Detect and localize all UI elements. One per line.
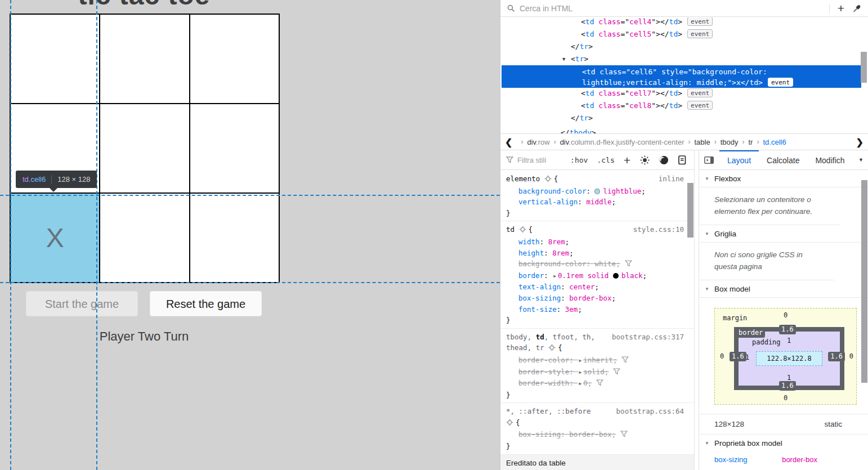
rule-source-link[interactable]: style.css:10: [633, 224, 684, 235]
board-cell-1[interactable]: [100, 15, 189, 103]
board-cell-0[interactable]: [11, 15, 99, 103]
box-model-margin-region[interactable]: margin 0 0 0 0 border padding 1 1 1 1 12…: [714, 308, 857, 405]
add-rule-button[interactable]: +: [624, 154, 630, 166]
light-theme-icon[interactable]: [640, 155, 650, 165]
section-boxmodel-header[interactable]: ▼ Box model: [699, 280, 868, 298]
css-declaration[interactable]: text-align: center;: [506, 281, 694, 293]
css-rule[interactable]: inlineelemento {background-color: lightb…: [500, 171, 694, 221]
event-badge[interactable]: event: [687, 88, 713, 97]
markup-row-selected[interactable]: <td class="cell6" style="background-colo…: [502, 65, 861, 88]
board-cell-4[interactable]: [100, 104, 189, 193]
overridden-filter-icon[interactable]: [625, 260, 632, 268]
overridden-filter-icon[interactable]: [620, 431, 628, 439]
css-declaration[interactable]: border-color: ▶inherit;: [506, 355, 694, 366]
css-declaration[interactable]: background-color: lightblue;: [506, 186, 694, 197]
highlight-selector-target-icon[interactable]: [519, 226, 526, 235]
breadcrumb-item-div.column.d-flex.justify-content-center[interactable]: div.column.d-flex.justify-content-center: [560, 138, 684, 146]
rule-source-link[interactable]: bootstrap.css:317: [612, 332, 684, 343]
dark-theme-icon[interactable]: [659, 155, 669, 165]
box-model-property-row[interactable]: box-sizing border-box: [699, 452, 868, 464]
rule-source-link[interactable]: bootstrap.css:64: [616, 406, 684, 417]
margin-right-value[interactable]: 0: [849, 352, 853, 360]
highlight-selector-target-icon[interactable]: [544, 176, 552, 184]
event-badge[interactable]: event: [687, 29, 713, 38]
event-badge[interactable]: event: [687, 17, 713, 26]
border-bottom-value[interactable]: 1.6: [779, 381, 796, 391]
overridden-filter-icon[interactable]: [621, 356, 629, 365]
rule-source-link[interactable]: inline: [659, 173, 684, 185]
markup-row[interactable]: <td class="cell8"></td>event: [500, 100, 860, 112]
breadcrumb-back-chevron-icon[interactable]: ❮: [500, 137, 517, 147]
border-top-value[interactable]: 1.6: [779, 325, 796, 334]
event-badge[interactable]: event: [687, 101, 713, 110]
layout-scrollbar[interactable]: [861, 180, 867, 383]
section-grid-header[interactable]: ▼ Griglia: [699, 225, 868, 243]
markup-row[interactable]: </tbody>: [500, 127, 860, 133]
markup-row[interactable]: <td class="cell7"></td>event: [500, 87, 860, 100]
board-cell-7[interactable]: [100, 194, 189, 282]
breadcrumb-item-td.cell6[interactable]: td.cell6: [763, 138, 786, 146]
markup-row[interactable]: </tr>: [500, 112, 860, 124]
markup-scrollbar[interactable]: [861, 52, 867, 83]
border-left-value[interactable]: 1.6: [730, 352, 746, 361]
breadcrumb-item-table[interactable]: table: [694, 138, 710, 146]
tab-calcolate[interactable]: Calcolate: [759, 150, 807, 169]
overridden-filter-icon[interactable]: [613, 368, 620, 377]
section-flexbox-header[interactable]: ▼ Flexbox: [699, 170, 868, 187]
class-toggle[interactable]: .cls: [597, 156, 614, 164]
css-declaration[interactable]: width: 8rem;: [506, 236, 694, 248]
event-badge[interactable]: event: [768, 78, 793, 87]
css-rule[interactable]: bootstrap.css:317tbody, td, tfoot, th,th…: [500, 329, 694, 404]
color-swatch[interactable]: [613, 273, 619, 279]
margin-bottom-value[interactable]: 0: [784, 394, 788, 402]
css-declaration[interactable]: vertical-align: middle;: [506, 196, 694, 208]
sidebar-toggle-icon[interactable]: [699, 150, 719, 169]
filter-styles-input[interactable]: [517, 156, 568, 164]
border-right-value[interactable]: 1.6: [828, 352, 845, 361]
breadcrumb-item-tbody[interactable]: tbody: [721, 138, 739, 146]
markup-row[interactable]: <td class="cell4"></td>event: [500, 17, 860, 28]
markup-search-input[interactable]: [520, 4, 829, 13]
board-cell-2[interactable]: [190, 15, 279, 103]
add-node-button[interactable]: +: [838, 2, 844, 14]
breadcrumb-forward-chevron-icon[interactable]: ❯: [852, 137, 868, 147]
print-simulation-icon[interactable]: [678, 155, 686, 165]
start-game-button[interactable]: Start the game: [26, 291, 138, 316]
css-declaration[interactable]: height: 8rem;: [506, 248, 694, 259]
pseudo-class-toggle[interactable]: :hov: [570, 156, 588, 164]
board-cell-5[interactable]: [190, 104, 279, 193]
tab-modifiche[interactable]: Modifich: [807, 150, 852, 169]
css-declaration[interactable]: border-width: ▶0;: [506, 378, 694, 390]
padding-bottom-value[interactable]: 1: [787, 374, 791, 382]
highlight-selector-target-icon[interactable]: [506, 419, 513, 428]
rules-scrollbar[interactable]: [687, 183, 693, 238]
board-cell-6[interactable]: X: [11, 194, 99, 282]
css-rule[interactable]: style.css:10td {width: 8rem;height: 8rem…: [500, 221, 694, 328]
css-declaration[interactable]: border: ▶0.1rem solid black;: [506, 270, 694, 282]
css-declaration[interactable]: background-color: white;: [506, 258, 694, 270]
css-declaration[interactable]: box-sizing: border-box;: [506, 293, 694, 304]
breadcrumb-item-div.row[interactable]: div.row: [527, 138, 549, 146]
tab-layout[interactable]: Layout: [719, 150, 759, 169]
markup-row[interactable]: </tr>: [500, 41, 860, 53]
css-declaration[interactable]: border-style: ▶solid;: [506, 366, 694, 378]
expand-twisty-icon[interactable]: ▼: [562, 53, 565, 65]
css-declaration[interactable]: box-sizing: border-box;: [506, 429, 694, 441]
highlight-selector-target-icon[interactable]: [548, 344, 556, 353]
board-cell-8[interactable]: [190, 194, 279, 282]
markup-row[interactable]: ▼<tr>: [500, 53, 860, 65]
tabs-overflow-chevron-icon[interactable]: ▼: [858, 150, 868, 169]
markup-row[interactable]: <td class="cell5"></td>event: [500, 28, 860, 41]
eyedropper-icon[interactable]: [852, 4, 861, 13]
overridden-filter-icon[interactable]: [596, 379, 603, 388]
css-rule[interactable]: bootstrap.css:64*, ::after, ::before {bo…: [500, 403, 694, 454]
margin-top-value[interactable]: 0: [784, 311, 788, 319]
padding-top-value[interactable]: 1: [787, 337, 791, 344]
reset-game-button[interactable]: Reset the game: [150, 291, 262, 316]
margin-left-value[interactable]: 0: [720, 352, 724, 360]
section-boxmodel-props-header[interactable]: ▼ Proprietà box model: [699, 435, 868, 452]
breadcrumb-item-tr[interactable]: tr: [749, 138, 753, 146]
box-model-content-region[interactable]: 122.8×122.8: [756, 351, 822, 366]
css-declaration[interactable]: font-size: 3em;: [506, 304, 694, 315]
color-swatch[interactable]: [594, 189, 600, 194]
